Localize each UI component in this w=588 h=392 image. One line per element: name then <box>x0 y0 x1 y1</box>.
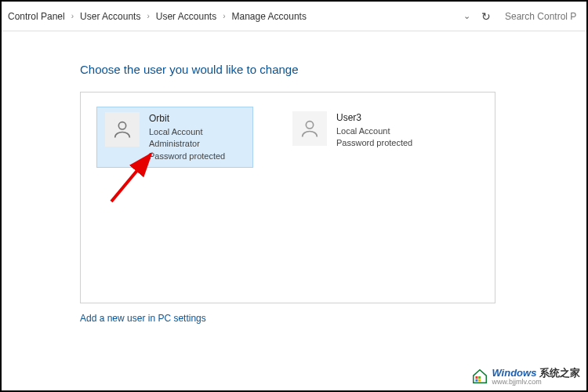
account-type: Local Account <box>336 125 412 137</box>
account-info: User3 Local Account Password protected <box>336 111 412 150</box>
chevron-right-icon: › <box>147 12 149 20</box>
watermark-url: www.bjjmlv.com <box>492 379 580 386</box>
refresh-icon[interactable]: ↻ <box>481 10 491 23</box>
chevron-right-icon: › <box>71 12 74 20</box>
page-title: Choose the user you would like to change <box>80 63 586 76</box>
account-name: User3 <box>336 111 412 125</box>
user-avatar-icon <box>292 111 327 146</box>
add-user-link[interactable]: Add a new user in PC settings <box>80 313 206 324</box>
svg-rect-5 <box>476 379 478 382</box>
header-bar: Control Panel › User Accounts › User Acc… <box>2 2 586 31</box>
svg-rect-3 <box>476 376 478 379</box>
svg-rect-4 <box>479 376 481 379</box>
account-card-user3[interactable]: User3 Local Account Password protected <box>285 107 441 154</box>
account-type: Local Account <box>149 126 225 138</box>
breadcrumb-item-user-accounts-2[interactable]: User Accounts <box>156 11 216 22</box>
header-controls: ⌄ ↻ <box>463 8 580 25</box>
breadcrumb-item-manage-accounts[interactable]: Manage Accounts <box>232 11 307 22</box>
account-role: Administrator <box>149 138 225 150</box>
account-card-orbit[interactable]: Orbit Local Account Administrator Passwo… <box>96 107 253 168</box>
watermark-brand-cn: 系统之家 <box>539 367 580 379</box>
watermark-text: Windows 系统之家 www.bjjmlv.com <box>492 368 580 386</box>
chevron-down-icon[interactable]: ⌄ <box>463 11 470 21</box>
svg-point-1 <box>306 122 313 129</box>
chevron-right-icon: › <box>223 12 225 20</box>
svg-rect-6 <box>479 379 481 382</box>
account-protection: Password protected <box>336 137 412 149</box>
house-logo-icon <box>471 368 488 385</box>
breadcrumb-item-user-accounts-1[interactable]: User Accounts <box>80 11 140 22</box>
account-info: Orbit Local Account Administrator Passwo… <box>149 112 225 162</box>
accounts-container: Orbit Local Account Administrator Passwo… <box>80 92 495 303</box>
svg-point-0 <box>118 122 125 129</box>
user-avatar-icon <box>105 112 140 147</box>
breadcrumb-item-control-panel[interactable]: Control Panel <box>8 11 65 22</box>
watermark-brand-en: Windows <box>492 367 536 379</box>
account-protection: Password protected <box>149 151 225 162</box>
watermark: Windows 系统之家 www.bjjmlv.com <box>471 368 580 386</box>
content-area: Choose the user you would like to change… <box>2 31 586 325</box>
account-name: Orbit <box>149 112 225 125</box>
search-input[interactable] <box>502 8 580 25</box>
breadcrumb: Control Panel › User Accounts › User Acc… <box>8 11 463 22</box>
